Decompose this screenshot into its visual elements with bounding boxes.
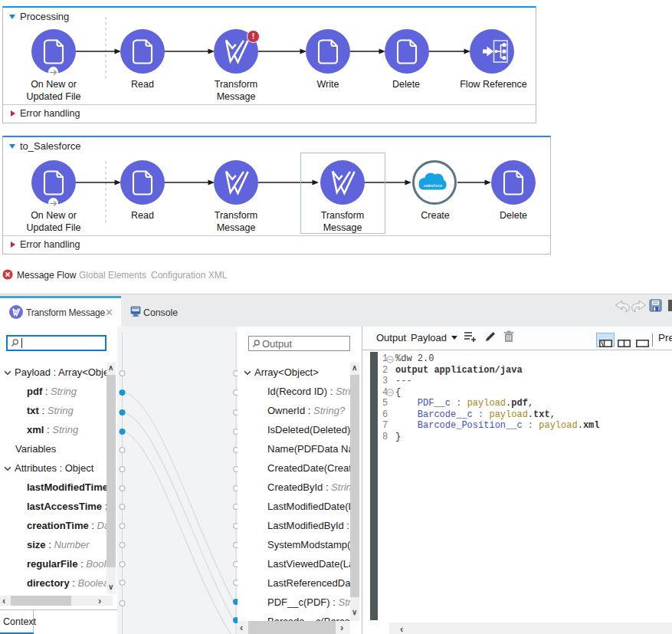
svg-text:salesforce: salesforce <box>424 183 443 188</box>
